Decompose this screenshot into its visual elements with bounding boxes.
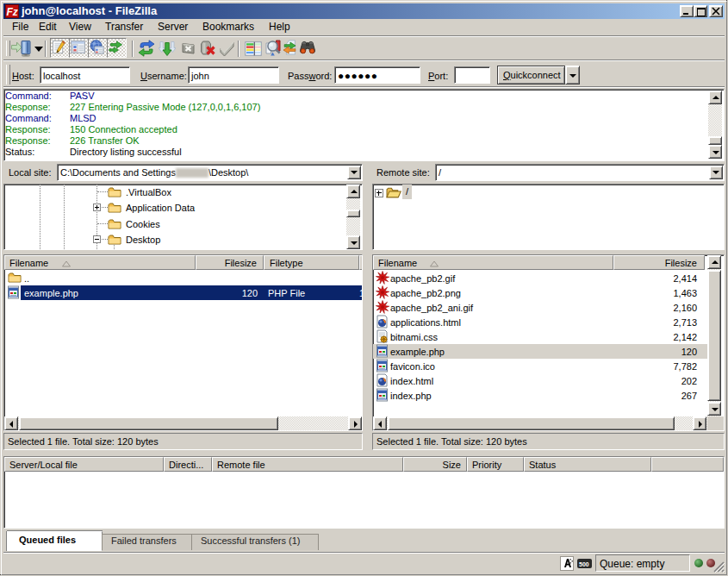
svg-text:500: 500 (579, 561, 589, 567)
svg-text:Fz: Fz (7, 6, 18, 18)
